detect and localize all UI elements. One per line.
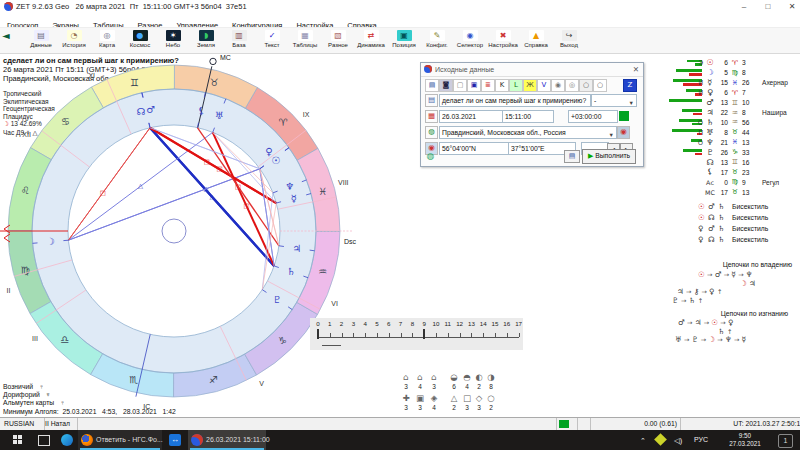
fixed-star-label: Нашира	[762, 109, 787, 116]
dialog-title-bar[interactable]: Исходные данные ✕	[421, 63, 643, 77]
toolbar-exit[interactable]: ↪Выход	[548, 30, 590, 52]
task-view-button[interactable]	[34, 430, 54, 450]
svg-text:III: III	[32, 335, 38, 342]
zone-ok-button[interactable]	[619, 111, 629, 121]
dialog-copy-icon[interactable]: ▤	[425, 79, 439, 92]
dignity-bar	[683, 149, 702, 152]
question-input[interactable]: делает ли он сам первый шаг к примирению…	[439, 94, 591, 107]
exit-icon: ↪	[562, 30, 577, 41]
globe-icon[interactable]: ◍	[425, 151, 436, 162]
planet-row: ☊13♊16	[672, 158, 800, 168]
latitude-input[interactable]: 56°04'00"N	[439, 142, 509, 155]
planet-panel: Э☉6♈3☽5♍8И☿15♓26АхернарИ♀6♈7♂13♊10♃22♒8Н…	[672, 55, 800, 355]
svg-text:☊: ☊	[137, 106, 146, 117]
svg-text:♀: ♀	[265, 146, 272, 157]
chart-notes: Возничий ♀Дорифорий ♆Альмутен карты ♀Мин…	[3, 383, 176, 416]
question-combo[interactable]: -▼	[591, 94, 637, 107]
dialog-new-icon[interactable]: ▢	[453, 79, 467, 92]
svg-text:II: II	[7, 287, 11, 294]
menu-bar: ГороскопЭкраныТаблицыРазноеУправлениеКон…	[0, 14, 800, 27]
time-ruler[interactable]: 01234567891011121314151617	[310, 318, 523, 350]
planet-row: МС17♉13	[672, 187, 800, 197]
tray-clock[interactable]: 9:50 27.03.2021	[722, 432, 768, 447]
status-mode: II Натал	[41, 418, 78, 430]
planet-row: ☽5♍8	[672, 68, 800, 78]
svg-text:V: V	[259, 380, 264, 387]
question-row-icon[interactable]: ▤	[425, 94, 438, 107]
start-button[interactable]	[8, 430, 28, 450]
calendar-icon[interactable]: ▦	[425, 110, 438, 123]
tray-lang[interactable]: РУС	[694, 436, 708, 443]
database-icon: ▥	[232, 30, 247, 41]
dialog-k-mode-icon[interactable]: K	[495, 79, 509, 92]
map-button[interactable]: ◉	[617, 126, 630, 139]
earth-icon: ◗	[199, 30, 214, 41]
svg-text:♄: ♄	[287, 266, 296, 277]
position-icon: ▣	[397, 30, 412, 41]
settings-icon: ✖	[496, 30, 511, 41]
notification-icon[interactable]: 1	[778, 434, 793, 448]
svg-text:♉: ♉	[210, 77, 219, 88]
config-icon: ✎	[430, 30, 445, 41]
dialog-paste-icon[interactable]: ◙	[439, 79, 453, 92]
planet-row: И☿15♓26Ахернар	[672, 78, 800, 88]
back-arrow-icon[interactable]: ◄	[2, 30, 10, 41]
dialog-save-icon[interactable]: ▣	[467, 79, 481, 92]
place-combo[interactable]: Правдинский, Московская обл., Россия▼	[439, 126, 617, 139]
help-icon: ▲	[529, 30, 544, 41]
stat-icon: ◑	[485, 372, 497, 382]
chain-row: ☽ ♃	[740, 279, 756, 288]
selector-icon: ◉	[463, 30, 478, 41]
dignity-bar	[676, 69, 702, 72]
svg-text:♋: ♋	[61, 116, 70, 127]
tray-av-icon[interactable]	[654, 433, 667, 446]
svg-text:☽: ☽	[46, 236, 55, 247]
svg-text:♈: ♈	[279, 117, 288, 128]
dialog-opt1-icon[interactable]: ◉	[551, 79, 565, 92]
stat-icon: ◓	[461, 372, 473, 382]
volume-icon[interactable]: ◁)	[674, 436, 682, 445]
zet-app-window: ZET 9.2.63 Geo 26 марта 2021 Пт 15:11:00…	[0, 0, 800, 450]
maximize-button[interactable]: □	[762, 1, 774, 12]
svg-text:□: □	[235, 183, 241, 191]
ruler-handle[interactable]	[317, 329, 319, 339]
dialog-l-mode-icon[interactable]: L	[509, 79, 523, 92]
svg-text:XII: XII	[22, 131, 31, 138]
place-icon[interactable]: ◍	[425, 126, 438, 139]
element-stats: ⌂⌂⌂343◒◓◐◑6428✚▣◈334△□◇○2332	[400, 372, 510, 420]
run-button[interactable]: ▶ Выполнить	[582, 149, 636, 164]
dialog-icon	[424, 65, 432, 73]
planet-row: ⚸17♉23	[672, 167, 800, 177]
planet-row: ♃22♒8Нашира	[672, 108, 800, 118]
dialog-table-icon[interactable]: ≣	[481, 79, 495, 92]
close-button[interactable]: ✕	[786, 1, 798, 12]
fixed-star-label: Ахернар	[762, 79, 788, 86]
tray-expand-icon[interactable]: ⌃	[640, 437, 646, 445]
svg-text:♊: ♊	[130, 77, 139, 88]
dialog-opt2-icon[interactable]: ◎	[565, 79, 579, 92]
dialog-close-icon[interactable]: ✕	[633, 65, 639, 74]
status-empty	[74, 418, 557, 430]
copy-button[interactable]: ▤	[564, 150, 580, 163]
time-input[interactable]: 15:11:00	[502, 110, 554, 123]
dialog-radio2-icon[interactable]: ○	[593, 79, 607, 92]
zone-input[interactable]: +03:00:00	[568, 110, 618, 123]
svg-text:♅: ♅	[215, 110, 224, 121]
ruler-handle[interactable]	[423, 329, 425, 339]
browser-icon[interactable]	[58, 430, 78, 450]
firefox-taskbar-button[interactable]: Ответить - НГС.Фо...	[78, 430, 162, 450]
status-green-indicator	[559, 420, 569, 428]
dialog-v-mode-icon[interactable]: V	[537, 79, 551, 92]
planet-row: Ас0♍9Регул	[672, 177, 800, 187]
teamviewer-icon[interactable]: ↔	[166, 430, 186, 450]
date-input[interactable]: 26.03.2021	[439, 110, 503, 123]
dialog-radio1-icon[interactable]: ○	[579, 79, 593, 92]
app-icon	[4, 2, 13, 11]
stat-icon: ▣	[414, 393, 426, 403]
z-button[interactable]: Z	[623, 79, 637, 92]
svg-text:♆: ♆	[285, 181, 294, 192]
dialog-zh-mode-icon[interactable]: Ж	[523, 79, 537, 92]
planet-row: О♄10♒56	[672, 118, 800, 128]
minimize-button[interactable]: –	[738, 1, 750, 12]
zet-taskbar-button[interactable]: 26.03.2021 15:11:00	[188, 430, 266, 450]
